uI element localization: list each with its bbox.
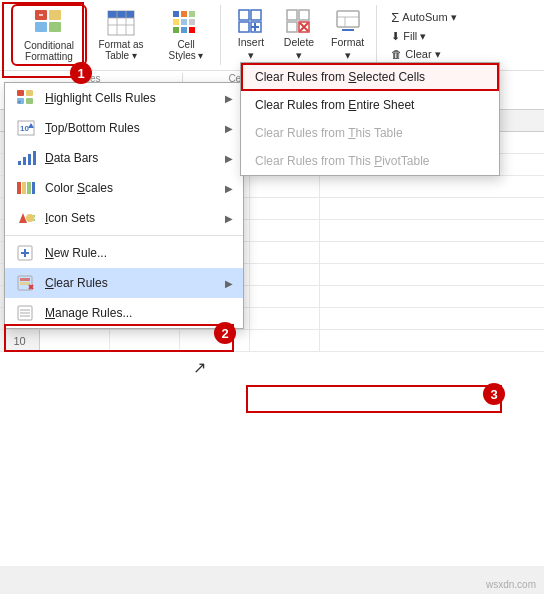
clear-label: Clear ▾ (405, 48, 440, 61)
data-bars-arrow: ▶ (225, 153, 233, 164)
conditional-formatting-icon (33, 8, 65, 38)
svg-text:10: 10 (20, 124, 29, 133)
svg-rect-13 (189, 11, 195, 17)
svg-rect-51 (32, 182, 35, 194)
conditional-formatting-label: Conditional Formatting (20, 40, 78, 62)
svg-rect-47 (33, 151, 36, 165)
new-rule-menu-item[interactable]: New Rule... (5, 238, 243, 268)
top-bottom-arrow: ▶ (225, 123, 233, 134)
icon-sets-arrow: ▶ (225, 213, 233, 224)
svg-rect-45 (23, 157, 26, 165)
top-bottom-label: Top/Bottom Rules (45, 121, 217, 135)
svg-rect-48 (17, 182, 21, 194)
svg-rect-19 (189, 27, 195, 33)
cell-styles-button[interactable]: CellStyles ▾ (158, 7, 214, 63)
data-bars-icon (15, 149, 37, 167)
svg-rect-1 (49, 10, 61, 20)
manage-rules-icon (15, 304, 37, 322)
clear-selected-cells-item[interactable]: Clear Rules from Selected Cells (241, 63, 499, 91)
svg-rect-2 (35, 22, 47, 32)
badge-2: 2 (214, 322, 236, 344)
delete-icon (283, 8, 315, 34)
svg-rect-16 (189, 19, 195, 25)
conditional-formatting-dropdown: < Highlight Cells Rules ▶ 10 Top/Bottom … (4, 82, 244, 329)
format-button[interactable]: Format▾ (325, 7, 370, 63)
clear-this-table-item: Clear Rules from This Table (241, 119, 499, 147)
clear-selected-cells-label: Clear Rules from Selected Cells (255, 70, 425, 84)
delete-button[interactable]: Delete▾ (277, 7, 321, 63)
fill-icon: ⬇ (391, 30, 400, 43)
fill-label: Fill ▾ (403, 30, 426, 43)
svg-rect-20 (239, 10, 249, 20)
highlight-cells-menu-item[interactable]: < Highlight Cells Rules ▶ (5, 83, 243, 113)
clear-pivottable-item: Clear Rules from This PivotTable (241, 147, 499, 175)
color-scales-menu-item[interactable]: Color Scales ▶ (5, 173, 243, 203)
clear-rules-menu-item[interactable]: Clear Rules ▶ (5, 268, 243, 298)
watermark: wsxdn.com (486, 579, 536, 590)
autosum-button[interactable]: Σ AutoSum ▾ (385, 8, 462, 27)
cell-styles-icon (170, 9, 202, 37)
manage-rules-label: Manage Rules... (45, 306, 233, 320)
manage-rules-menu-item[interactable]: Manage Rules... (5, 298, 243, 328)
table-row: 10 (0, 330, 544, 352)
highlight-cells-icon: < (15, 89, 37, 107)
svg-rect-39 (26, 98, 33, 104)
autosum-label: AutoSum ▾ (402, 11, 456, 24)
clear-entire-sheet-label: Clear Rules from Entire Sheet (255, 98, 414, 112)
svg-marker-52 (19, 213, 27, 223)
svg-rect-37 (26, 90, 33, 96)
svg-rect-59 (20, 278, 30, 281)
color-scales-icon (15, 179, 37, 197)
format-as-table-button[interactable]: Format asTable ▾ (88, 7, 154, 63)
styles-group: Conditional Formatting Format asTable ▾ (8, 5, 221, 65)
svg-rect-6 (108, 11, 134, 18)
clear-rules-arrow: ▶ (225, 278, 233, 289)
clear-rules-submenu: Clear Rules from Selected Cells Clear Ru… (240, 62, 500, 176)
data-bars-menu-item[interactable]: Data Bars ▶ (5, 143, 243, 173)
fill-button[interactable]: ⬇ Fill ▾ (385, 28, 432, 45)
icon-sets-icon (15, 209, 37, 227)
top-bottom-menu-item[interactable]: 10 Top/Bottom Rules ▶ (5, 113, 243, 143)
svg-rect-12 (181, 11, 187, 17)
insert-icon (235, 8, 267, 34)
clear-rules-icon (15, 274, 37, 292)
clear-entire-sheet-item[interactable]: Clear Rules from Entire Sheet (241, 91, 499, 119)
editing-group: Σ AutoSum ▾ ⬇ Fill ▾ 🗑 Clear ▾ (379, 5, 469, 65)
clear-rules-label: Clear Rules (45, 276, 217, 290)
svg-rect-4 (39, 14, 43, 16)
svg-rect-32 (337, 11, 359, 27)
clear-this-table-label: Clear Rules from This Table (255, 126, 403, 140)
svg-rect-17 (173, 27, 179, 33)
color-scales-arrow: ▶ (225, 183, 233, 194)
svg-rect-36 (17, 90, 24, 96)
sigma-icon: Σ (391, 10, 399, 25)
svg-text:<: < (18, 99, 21, 105)
format-as-table-icon (105, 9, 137, 37)
svg-rect-49 (22, 182, 26, 194)
cells-group: Insert▾ Delete▾ (223, 5, 377, 65)
clear-button[interactable]: 🗑 Clear ▾ (385, 46, 446, 63)
delete-label: Delete▾ (284, 36, 314, 61)
highlight-cells-arrow: ▶ (225, 93, 233, 104)
svg-rect-14 (173, 19, 179, 25)
new-rule-label: New Rule... (45, 246, 233, 260)
highlight-cells-label: Highlight Cells Rules (45, 91, 217, 105)
icon-sets-label: Icon Sets (45, 211, 217, 225)
icon-sets-menu-item[interactable]: Icon Sets ▶ (5, 203, 243, 233)
color-scales-label: Color Scales (45, 181, 217, 195)
new-rule-icon (15, 244, 37, 262)
badge-1: 1 (70, 62, 92, 84)
svg-rect-46 (28, 154, 31, 165)
format-label: Format▾ (331, 36, 364, 61)
svg-rect-22 (251, 10, 261, 20)
svg-rect-21 (239, 22, 249, 32)
insert-button[interactable]: Insert▾ (229, 7, 273, 63)
svg-rect-28 (299, 10, 309, 20)
data-bars-label: Data Bars (45, 151, 217, 165)
svg-rect-26 (287, 10, 297, 20)
conditional-formatting-button[interactable]: Conditional Formatting (14, 7, 84, 63)
top-bottom-icon: 10 (15, 119, 37, 137)
clear-icon: 🗑 (391, 48, 402, 60)
svg-rect-50 (27, 182, 31, 194)
svg-rect-18 (181, 27, 187, 33)
